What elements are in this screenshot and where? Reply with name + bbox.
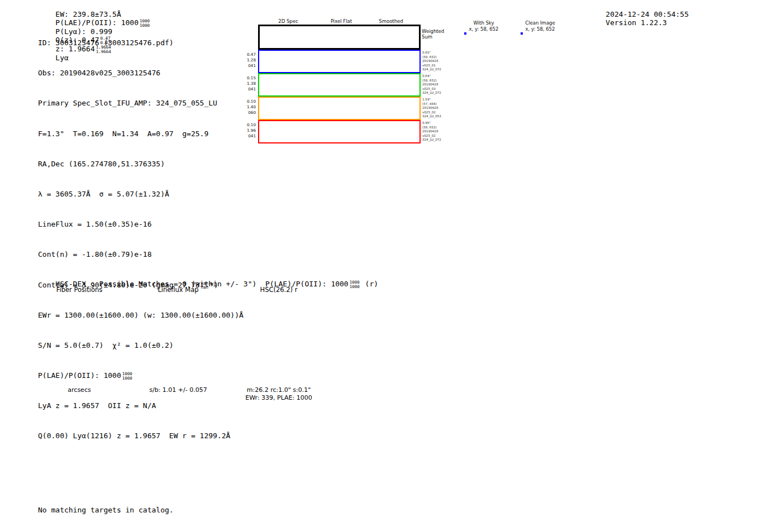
row4-right-labels: 0.96"(58, 652)20190428v025_02324_LU_072 <box>422 121 441 142</box>
clean-image-title: Clean Imagex, y: 58, 652 <box>512 20 568 32</box>
clean-image-cutout <box>521 32 523 35</box>
spec2d-row-1 <box>258 50 421 73</box>
full-spectrum-chart <box>49 166 733 264</box>
spec2d-row-3 <box>258 97 421 120</box>
row2-left-labels: 0.151.38041 <box>240 75 256 92</box>
with-sky-cutout <box>464 32 466 35</box>
lineflux-caption: s/b: 1.01 +/- 0.057 <box>133 386 223 394</box>
with-sky-title: With Skyx, y: 58, 652 <box>456 20 512 32</box>
col-title-smoothed: Smoothed <box>369 18 413 24</box>
line-fit-zoom-chart <box>579 28 731 124</box>
info-seeing: F=1.3" T=0.169 N=1.34 A=0.97 g=25.9 <box>38 130 244 138</box>
fiber-xlabel: arcsecs <box>35 386 124 394</box>
info-q-lya: Q(0.00) Lyα(1216) z = 1.9657 EW r = 1299… <box>38 432 244 440</box>
footer-notes: No matching targets in catalog. Row inte… <box>38 488 174 532</box>
spec2d-row-weighted <box>258 25 421 50</box>
row1-left-labels: 0.471.28041 <box>240 52 256 69</box>
info-primary-spec: Primary Spec_Slot_IFU_AMP: 324_075_055_L… <box>38 99 244 108</box>
col-title-pixelflat: Pixel Flat <box>319 18 364 24</box>
row2-right-labels: 0.64"(58, 652)20190428v025_03324_LU_072 <box>422 74 441 95</box>
info-id: ID: 3003125476 (3003125476.pdf) <box>38 39 244 47</box>
version: Version 1.22.3 <box>605 18 667 27</box>
spec2d-row-2 <box>258 73 421 97</box>
fiber-positions-title: Fiber Positions <box>35 286 124 294</box>
info-lya-oii-z: LyA z = 1.9657 OII z = N/A <box>38 401 244 410</box>
hsc-caption-1: m:26.2 rc:1.0" s:0.1" <box>234 386 323 394</box>
info-obs: Obs: 20190428v025_3003125476 <box>38 69 244 78</box>
hsc-panel-title: HSC(26.2) r <box>234 286 323 294</box>
weighted-sum-label: Weighted Sum <box>422 28 444 40</box>
col-title-2dspec: 2D Spec <box>266 18 311 24</box>
elixer-report-page: EW: 239.8±73.5Å P(LAE)/P(OII): 100010001… <box>0 0 782 532</box>
row4-left-labels: 0.101.96041 <box>240 122 256 139</box>
spec2d-row-4 <box>258 120 421 143</box>
info-ewr: EWr = 1300.00(±1600.00) (w: 1300.00(±160… <box>38 311 244 320</box>
row3-left-labels: 0.101.40060 <box>240 99 256 116</box>
timestamp: 2024-12-24 00:54:55 <box>605 10 689 18</box>
lineflux-map-title: Lineflux Map <box>133 286 223 294</box>
row1-right-labels: 0.85"(58, 652)20190428v025_01324_LU_072 <box>422 51 441 72</box>
hsc-caption-2: EWr: 339, PLAE: 1000 <box>234 394 323 401</box>
footer-line-1: No matching targets in catalog. <box>38 506 174 515</box>
info-plae-poii: P(LAE)/P(OII): 100010001000 <box>38 371 244 380</box>
info-sn-chi2: S/N = 5.0(±0.7) χ² = 1.0(±0.2) <box>38 341 244 350</box>
row3-right-labels: 1.59"(57, 484)20190428v025_02324_LU_053 <box>422 98 441 119</box>
